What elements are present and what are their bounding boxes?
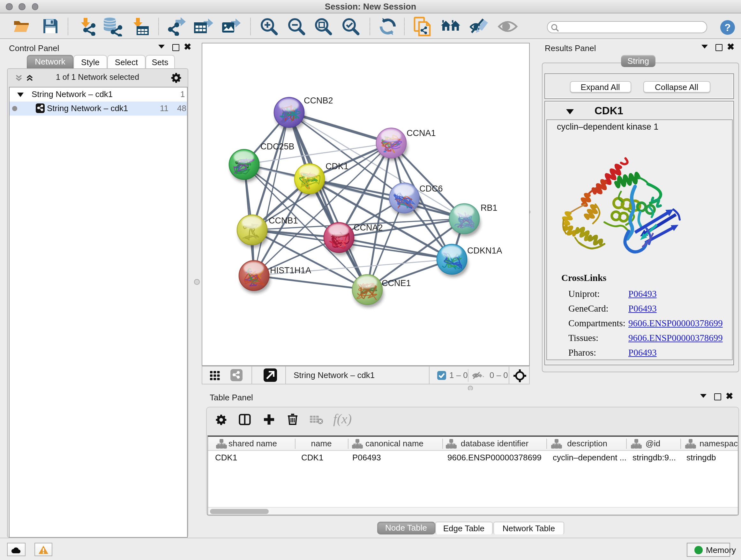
svg-text:CCNB1: CCNB1 bbox=[269, 215, 298, 225]
svg-text:CDC6: CDC6 bbox=[419, 184, 443, 193]
svg-text:CDC25B: CDC25B bbox=[260, 141, 294, 151]
svg-text:CCNA1: CCNA1 bbox=[407, 128, 436, 138]
svg-text:f(x): f(x) bbox=[333, 411, 352, 426]
svg-text:?: ? bbox=[724, 22, 731, 33]
svg-text:CCNE1: CCNE1 bbox=[382, 278, 411, 288]
svg-text:RB1: RB1 bbox=[481, 203, 497, 212]
svg-text:HIST1H1A: HIST1H1A bbox=[270, 265, 311, 275]
svg-text:CCNB2: CCNB2 bbox=[304, 96, 333, 105]
svg-text:CCNA2: CCNA2 bbox=[354, 223, 383, 232]
svg-text:CDK1: CDK1 bbox=[326, 161, 348, 171]
svg-text:CDKN1A: CDKN1A bbox=[467, 246, 502, 255]
